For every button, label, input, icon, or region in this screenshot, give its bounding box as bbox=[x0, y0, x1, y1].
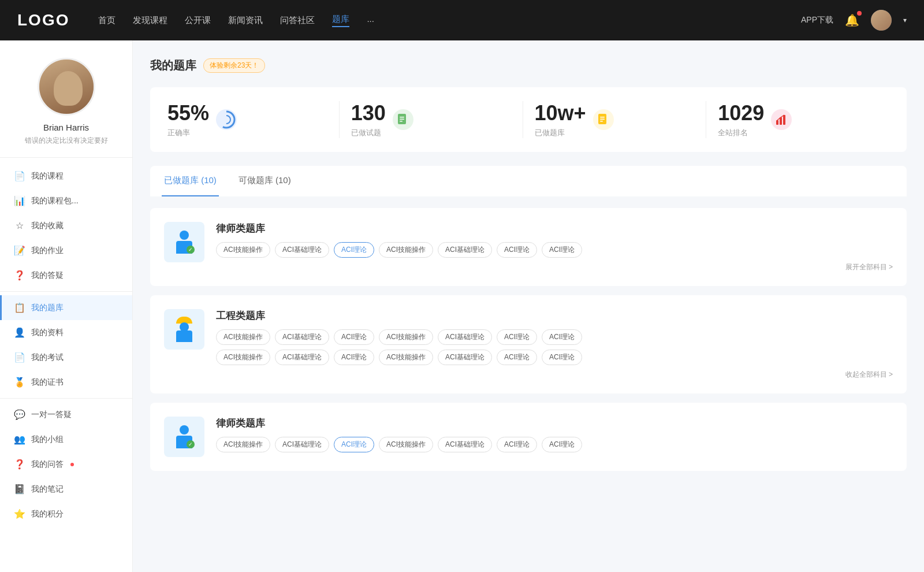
sidebar-item-1on1[interactable]: 💬 一对一答疑 bbox=[0, 402, 132, 427]
lawyer-icon-1: ✓ bbox=[172, 229, 197, 255]
tag-lawyer1-5[interactable]: ACI理论 bbox=[497, 242, 537, 258]
tag-eng-8[interactable]: ACI基础理论 bbox=[275, 350, 329, 365]
menu-divider-1 bbox=[0, 291, 132, 292]
sidebar-item-favorites[interactable]: ☆ 我的收藏 bbox=[0, 213, 132, 238]
sidebar-item-certificate[interactable]: 🏅 我的证书 bbox=[0, 370, 132, 395]
tag-eng-5[interactable]: ACI理论 bbox=[497, 329, 537, 345]
profile-icon: 👤 bbox=[14, 327, 25, 338]
sidebar-menu: 📄 我的课程 📊 我的课程包... ☆ 我的收藏 📝 我的作业 ❓ 我的答疑 � bbox=[0, 164, 132, 526]
tag-eng-0[interactable]: ACI技能操作 bbox=[216, 329, 270, 345]
tag-lawyer2-5[interactable]: ACI理论 bbox=[497, 437, 537, 452]
notes-icon: 📓 bbox=[14, 484, 25, 495]
app-download-btn[interactable]: APP下载 bbox=[801, 15, 833, 25]
nav-openclass[interactable]: 公开课 bbox=[185, 15, 211, 26]
qb-expand-lawyer-1[interactable]: 展开全部科目 > bbox=[216, 262, 893, 272]
tag-eng-12[interactable]: ACI理论 bbox=[497, 350, 537, 365]
tag-lawyer2-4[interactable]: ACI基础理论 bbox=[438, 437, 492, 452]
qb-title-lawyer-1: 律师类题库 bbox=[216, 222, 893, 235]
qb-tags-engineer-row2: ACI技能操作 ACI基础理论 ACI理论 ACI技能操作 ACI基础理论 AC… bbox=[216, 350, 893, 365]
tag-eng-4[interactable]: ACI基础理论 bbox=[438, 329, 492, 345]
tag-lawyer1-4[interactable]: ACI基础理论 bbox=[438, 242, 492, 258]
tag-eng-9[interactable]: ACI理论 bbox=[334, 350, 374, 365]
homework-label: 我的作业 bbox=[31, 246, 64, 256]
sidebar-item-my-courses[interactable]: 📄 我的课程 bbox=[0, 164, 132, 188]
tab-done-banks[interactable]: 已做题库 (10) bbox=[162, 166, 219, 196]
tag-eng-1[interactable]: ACI基础理论 bbox=[275, 329, 329, 345]
tag-lawyer2-6[interactable]: ACI理论 bbox=[542, 437, 582, 452]
tag-lawyer2-1[interactable]: ACI基础理论 bbox=[275, 437, 329, 452]
stat-done-questions-texts: 130 已做试题 bbox=[351, 101, 386, 138]
sidebar-item-homework[interactable]: 📝 我的作业 bbox=[0, 238, 132, 263]
main-wrapper: Brian Harris 错误的决定比没有决定要好 📄 我的课程 📊 我的课程包… bbox=[0, 40, 924, 572]
tag-lawyer2-2[interactable]: ACI理论 bbox=[334, 437, 374, 452]
profile-section: Brian Harris 错误的决定比没有决定要好 bbox=[0, 58, 132, 158]
stat-rank-texts: 1029 全站排名 bbox=[718, 101, 764, 138]
tab-available-banks[interactable]: 可做题库 (10) bbox=[236, 166, 293, 196]
logo[interactable]: LOGO bbox=[17, 11, 69, 29]
tag-eng-7[interactable]: ACI技能操作 bbox=[216, 350, 270, 365]
tag-lawyer2-0[interactable]: ACI技能操作 bbox=[216, 437, 270, 452]
nav-home[interactable]: 首页 bbox=[98, 15, 116, 26]
tag-eng-2[interactable]: ACI理论 bbox=[334, 329, 374, 345]
my-qa-label: 我的问答 bbox=[31, 459, 64, 470]
tag-eng-13[interactable]: ACI理论 bbox=[542, 350, 582, 365]
profile-avatar bbox=[38, 58, 95, 116]
profile-label: 我的资料 bbox=[31, 328, 64, 338]
profile-name: Brian Harris bbox=[43, 122, 89, 132]
favorites-icon: ☆ bbox=[14, 220, 25, 231]
nav-news[interactable]: 新闻资讯 bbox=[228, 15, 263, 26]
qb-title-engineer: 工程类题库 bbox=[216, 309, 893, 322]
nav-menu: 首页 发现课程 公开课 新闻资讯 问答社区 题库 ··· bbox=[98, 14, 801, 27]
questions-label: 我的答疑 bbox=[31, 270, 64, 281]
sidebar-item-my-qa[interactable]: ❓ 我的问答 bbox=[0, 452, 132, 477]
nav-qbank[interactable]: 题库 bbox=[332, 14, 349, 27]
tag-lawyer1-0[interactable]: ACI技能操作 bbox=[216, 242, 270, 258]
svg-rect-6 bbox=[400, 121, 403, 122]
sidebar-item-group[interactable]: 👥 我的小组 bbox=[0, 427, 132, 452]
tag-lawyer1-6[interactable]: ACI理论 bbox=[542, 242, 582, 258]
user-avatar-nav[interactable] bbox=[871, 10, 892, 31]
notification-bell[interactable]: 🔔 bbox=[845, 13, 859, 27]
sidebar-item-course-packages[interactable]: 📊 我的课程包... bbox=[0, 188, 132, 213]
svg-point-2 bbox=[222, 116, 230, 124]
stat-done-banks-label: 已做题库 bbox=[535, 128, 586, 138]
tag-lawyer1-2[interactable]: ACI理论 bbox=[334, 242, 374, 258]
tag-eng-6[interactable]: ACI理论 bbox=[542, 329, 582, 345]
qb-card-engineer: 工程类题库 ACI技能操作 ACI基础理论 ACI理论 ACI技能操作 ACI基… bbox=[150, 295, 907, 393]
sidebar-item-points[interactable]: ⭐ 我的积分 bbox=[0, 502, 132, 526]
stat-accuracy-label: 正确率 bbox=[167, 128, 209, 138]
page-title: 我的题库 bbox=[150, 58, 196, 73]
sidebar-item-questions[interactable]: ❓ 我的答疑 bbox=[0, 263, 132, 288]
qb-info-engineer: 工程类题库 ACI技能操作 ACI基础理论 ACI理论 ACI技能操作 ACI基… bbox=[216, 309, 893, 380]
lawyer-icon-2: ✓ bbox=[172, 424, 197, 450]
qb-tags-lawyer-2: ACI技能操作 ACI基础理论 ACI理论 ACI技能操作 ACI基础理论 AC… bbox=[216, 437, 893, 452]
doc-amber-icon bbox=[597, 113, 610, 126]
avatar-image bbox=[871, 10, 892, 31]
points-label: 我的积分 bbox=[31, 509, 64, 519]
nav-more[interactable]: ··· bbox=[367, 16, 374, 25]
tag-eng-3[interactable]: ACI技能操作 bbox=[379, 329, 433, 345]
engineer-body bbox=[176, 330, 192, 342]
qbank-label: 我的题库 bbox=[31, 303, 64, 313]
qbank-icon: 📋 bbox=[14, 302, 25, 313]
sidebar-item-exam[interactable]: 📄 我的考试 bbox=[0, 345, 132, 370]
svg-rect-9 bbox=[600, 119, 605, 120]
exam-label: 我的考试 bbox=[31, 352, 64, 363]
tag-eng-10[interactable]: ACI技能操作 bbox=[379, 350, 433, 365]
stat-accuracy-number: 55% bbox=[167, 101, 209, 125]
course-packages-label: 我的课程包... bbox=[31, 196, 79, 206]
sidebar-item-profile[interactable]: 👤 我的资料 bbox=[0, 320, 132, 345]
tag-lawyer2-3[interactable]: ACI技能操作 bbox=[379, 437, 433, 452]
user-dropdown-arrow[interactable]: ▾ bbox=[903, 16, 907, 24]
stat-accuracy-texts: 55% 正确率 bbox=[167, 101, 209, 138]
tag-lawyer1-3[interactable]: ACI技能操作 bbox=[379, 242, 433, 258]
svg-rect-10 bbox=[600, 121, 603, 122]
tag-lawyer1-1[interactable]: ACI基础理论 bbox=[275, 242, 329, 258]
qb-expand-engineer[interactable]: 收起全部科目 > bbox=[216, 370, 893, 380]
questions-icon: ❓ bbox=[14, 270, 25, 281]
nav-discover[interactable]: 发现课程 bbox=[133, 15, 167, 26]
tag-eng-11[interactable]: ACI基础理论 bbox=[438, 350, 492, 365]
sidebar-item-qbank[interactable]: 📋 我的题库 bbox=[0, 295, 132, 320]
sidebar-item-notes[interactable]: 📓 我的笔记 bbox=[0, 477, 132, 502]
nav-qa[interactable]: 问答社区 bbox=[280, 15, 315, 26]
